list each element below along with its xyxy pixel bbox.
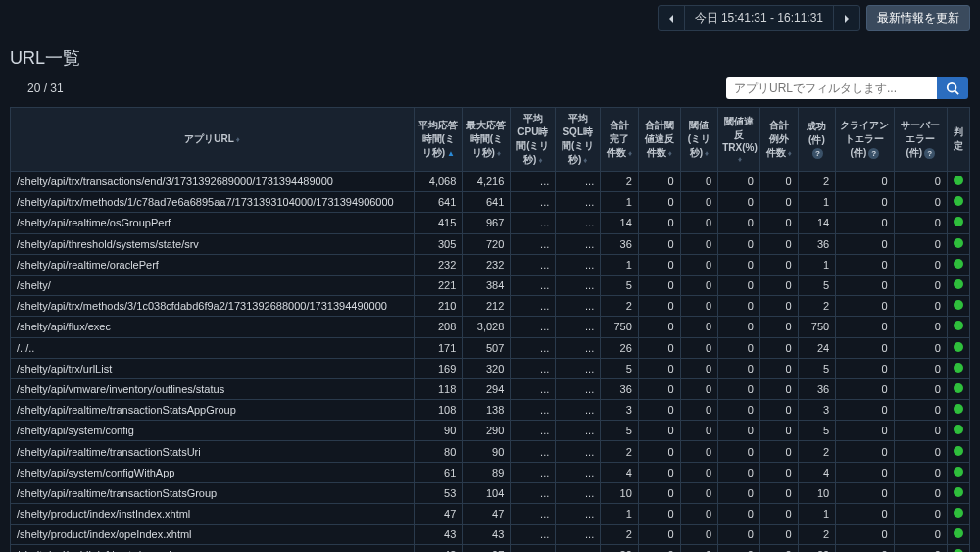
cell-done: 750	[601, 317, 639, 337]
cell-viol: 0	[638, 504, 680, 525]
col-sql[interactable]: 平均SQL時間(ミリ秒)♦	[556, 108, 601, 172]
cell-url[interactable]: /shelty/	[11, 275, 415, 295]
cell-url[interactable]: /shelty/api/realtime/transactionStatsApp…	[11, 400, 415, 421]
cell-max: 641	[463, 192, 511, 213]
status-ok-icon	[954, 528, 963, 538]
col-avg[interactable]: 平均応答時間(ミリ秒)▲	[415, 108, 463, 172]
status-ok-icon	[954, 217, 963, 226]
cell-url[interactable]: /shelty/api/trx/transactions/end/3/17313…	[11, 172, 415, 192]
cell-url[interactable]: /shelty/api/realtime/transactionStatsGro…	[11, 482, 415, 503]
cell-thr: 0	[680, 482, 718, 503]
table-row[interactable]: /shelty/api/realtime/transactionStatsGro…	[11, 482, 970, 503]
cell-url[interactable]: /shelty/api/flux/exec	[11, 317, 415, 337]
help-icon[interactable]: ?	[868, 148, 879, 159]
cell-cpu: ...	[511, 337, 556, 358]
table-row[interactable]: /shelty/api/public/v1/meta/name/esx4297.…	[11, 545, 970, 552]
col-max[interactable]: 最大応答時間(ミリ秒)♦	[463, 108, 511, 172]
status-ok-icon	[954, 279, 963, 289]
table-row[interactable]: /shelty/product/index/instIndex.xhtml474…	[11, 504, 970, 525]
cell-url[interactable]: /shelty/api/trx/methods/1/c78ad7e6a6895a…	[11, 192, 415, 213]
cell-url[interactable]: /shelty/api/system/config	[11, 421, 415, 441]
col-viol[interactable]: 合計閾値違反件数♦	[638, 108, 680, 172]
table-row[interactable]: /shelty/api/realtime/transactionStatsUri…	[11, 441, 970, 462]
col-cpu[interactable]: 平均CPU時間(ミリ秒)♦	[511, 108, 556, 172]
time-range-label[interactable]: 今日 15:41:31 - 16:11:31	[684, 6, 834, 30]
table-row[interactable]: /shelty/api/trx/methods/3/1c038cfdabd6f9…	[11, 296, 970, 317]
cell-viol: 0	[638, 337, 680, 358]
cell-viol: 0	[638, 378, 680, 399]
cell-url[interactable]: /shelty/product/index/instIndex.xhtml	[11, 504, 415, 525]
col-thr[interactable]: 閾値(ミリ秒)♦	[680, 108, 718, 172]
cell-status	[947, 213, 969, 233]
table-row[interactable]: /shelty/product/index/opeIndex.xhtml4343…	[11, 525, 970, 545]
cell-url[interactable]: /shelty/api/system/configWithApp	[11, 462, 415, 482]
cell-pct: 0	[718, 421, 760, 441]
cell-url[interactable]: /shelty/api/realtime/osGroupPerf	[11, 213, 415, 233]
cell-viol: 0	[638, 213, 680, 233]
cell-ce: 0	[836, 233, 894, 254]
col-done[interactable]: 合計完了件数♦	[601, 108, 639, 172]
help-icon[interactable]: ?	[812, 148, 823, 159]
refresh-button[interactable]: 最新情報を更新	[866, 5, 970, 31]
col-url[interactable]: アプリURL♦	[11, 108, 415, 172]
cell-cpu: ...	[511, 441, 556, 462]
col-ce[interactable]: クライアントエラー(件)?	[836, 108, 894, 172]
cell-sql: ...	[556, 172, 601, 192]
cell-url[interactable]: /shelty/api/vmware/inventory/outlines/st…	[11, 378, 415, 399]
cell-ce: 0	[836, 525, 894, 545]
table-row[interactable]: /shelty/221384......50000500	[11, 275, 970, 295]
col-ok[interactable]: 成功(件)?	[798, 108, 836, 172]
table-row[interactable]: /../..171507......2600002400	[11, 337, 970, 358]
filter-search-button[interactable]	[937, 77, 968, 99]
cell-done: 1	[601, 192, 639, 213]
url-filter-input[interactable]	[726, 77, 937, 99]
col-se[interactable]: サーバーエラー(件)?	[894, 108, 947, 172]
status-ok-icon	[954, 176, 963, 185]
col-ex[interactable]: 合計例外件数♦	[760, 108, 798, 172]
cell-viol: 0	[638, 358, 680, 378]
cell-ok: 1	[798, 254, 836, 275]
table-row[interactable]: /shelty/api/trx/methods/1/c78ad7e6a6895a…	[11, 192, 970, 213]
cell-url[interactable]: /shelty/api/realtime/transactionStatsUri	[11, 441, 415, 462]
cell-status	[947, 192, 969, 213]
table-row[interactable]: /shelty/api/vmware/inventory/outlines/st…	[11, 378, 970, 399]
table-row[interactable]: /shelty/api/trx/urlList169320......50000…	[11, 358, 970, 378]
cell-done: 10	[601, 482, 639, 503]
cell-status	[947, 378, 969, 399]
cell-max: 97	[463, 545, 511, 552]
sort-icon: ♦	[788, 149, 792, 158]
cell-url[interactable]: /shelty/api/realtime/oraclePerf	[11, 254, 415, 275]
table-row[interactable]: /shelty/api/system/configWithApp6189....…	[11, 462, 970, 482]
cell-ex: 0	[760, 441, 798, 462]
cell-se: 0	[894, 275, 947, 295]
cell-viol: 0	[638, 462, 680, 482]
cell-pct: 0	[718, 254, 760, 275]
cell-sql: ...	[556, 421, 601, 441]
table-row[interactable]: /shelty/api/realtime/oraclePerf232232...…	[11, 254, 970, 275]
cell-max: 967	[463, 213, 511, 233]
time-range-nav: 今日 15:41:31 - 16:11:31	[658, 5, 860, 31]
cell-url[interactable]: /shelty/api/trx/methods/3/1c038cfdabd6f9…	[11, 296, 415, 317]
cell-max: 89	[463, 462, 511, 482]
cell-cpu: ...	[511, 213, 556, 233]
prev-time-button[interactable]	[659, 10, 684, 27]
table-row[interactable]: /shelty/api/realtime/transactionStatsApp…	[11, 400, 970, 421]
table-row[interactable]: /shelty/api/flux/exec2083,028......75000…	[11, 317, 970, 337]
col-pct[interactable]: 閾値違反TRX(%)♦	[718, 108, 760, 172]
status-ok-icon	[954, 300, 963, 310]
table-row[interactable]: /shelty/api/threshold/systems/state/srv3…	[11, 233, 970, 254]
cell-url[interactable]: /shelty/api/trx/urlList	[11, 358, 415, 378]
help-icon[interactable]: ?	[924, 148, 935, 159]
cell-max: 232	[463, 254, 511, 275]
next-time-button[interactable]	[834, 10, 859, 27]
table-row[interactable]: /shelty/api/system/config90290......5000…	[11, 421, 970, 441]
cell-pct: 0	[718, 275, 760, 295]
cell-url[interactable]: /shelty/api/threshold/systems/state/srv	[11, 233, 415, 254]
table-row[interactable]: /shelty/api/realtime/osGroupPerf415967..…	[11, 213, 970, 233]
cell-url[interactable]: /shelty/api/public/v1/meta/name/esx	[11, 545, 415, 552]
cell-url[interactable]: /../..	[11, 337, 415, 358]
col-status[interactable]: 判定	[947, 108, 969, 172]
cell-thr: 0	[680, 233, 718, 254]
table-row[interactable]: /shelty/api/trx/transactions/end/3/17313…	[11, 172, 970, 192]
cell-url[interactable]: /shelty/product/index/opeIndex.xhtml	[11, 525, 415, 545]
